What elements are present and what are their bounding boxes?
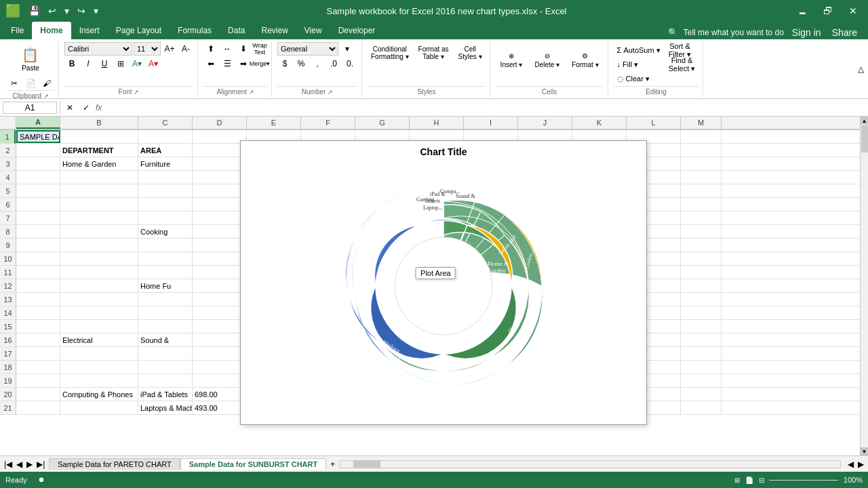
col-header-I[interactable]: I <box>464 117 518 129</box>
conditional-formatting-button[interactable]: ConditionalFormatting ▾ <box>368 43 412 62</box>
cancel-formula-button[interactable]: ✕ <box>63 101 77 115</box>
tab-review[interactable]: Review <box>253 22 296 39</box>
align-top-button[interactable]: ⬆ <box>203 42 218 56</box>
col-header-L[interactable]: L <box>627 117 681 129</box>
col-header-H[interactable]: H <box>410 117 464 129</box>
decrease-font-button[interactable]: A- <box>178 42 193 56</box>
sheet-nav-last[interactable]: ▶| <box>35 458 46 470</box>
insert-button[interactable]: ⊕ Insert ▾ <box>496 43 528 77</box>
customize-qat[interactable]: ▾ <box>91 4 101 18</box>
copy-button[interactable]: 📄 <box>23 77 38 90</box>
increase-font-button[interactable]: A+ <box>162 42 177 56</box>
merge-center-button[interactable]: Merge▾ <box>252 57 267 70</box>
cell-reference-box[interactable] <box>3 102 57 114</box>
scroll-left-button[interactable]: ◀ <box>846 458 855 470</box>
wrap-text-button[interactable]: Wrap Text <box>252 42 267 56</box>
scroll-down-button[interactable]: ▼ <box>861 447 868 455</box>
increase-decimal-button[interactable]: .0 <box>326 57 341 70</box>
border-button[interactable]: ⊞ <box>113 57 128 70</box>
cut-button[interactable]: ✂ <box>7 77 22 90</box>
underline-button[interactable]: U <box>97 57 112 70</box>
chart-container[interactable]: Chart Title <box>240 140 647 425</box>
format-as-table-button[interactable]: Format asTable ▾ <box>415 43 452 62</box>
tab-home[interactable]: Home <box>32 22 71 39</box>
cell-C3[interactable]: Furniture <box>138 157 193 170</box>
italic-button[interactable]: I <box>81 57 96 70</box>
percent-button[interactable]: % <box>294 57 309 70</box>
tab-view[interactable]: View <box>296 22 330 39</box>
align-bottom-button[interactable]: ⬇ <box>236 42 251 56</box>
scroll-thumb-v[interactable] <box>861 125 868 152</box>
cell-A2[interactable] <box>16 144 60 157</box>
decrease-decimal-button[interactable]: 0. <box>342 57 357 70</box>
tab-developer[interactable]: Developer <box>330 22 384 39</box>
page-break-view-button[interactable]: ⊟ <box>759 476 764 484</box>
page-layout-view-button[interactable]: 📄 <box>745 476 753 484</box>
fill-button[interactable]: ↓ Fill ▾ <box>614 58 664 71</box>
paste-button[interactable]: 📋 Paste <box>17 42 44 76</box>
cell-D1[interactable] <box>193 130 247 143</box>
sheet-nav-next[interactable]: ▶ <box>25 458 34 470</box>
horizontal-scrollbar[interactable] <box>339 460 841 468</box>
add-sheet-button[interactable]: + <box>329 458 336 470</box>
font-name-select[interactable]: Calibri <box>64 42 132 56</box>
cell-A1[interactable]: SAMPLE DATA FOR CHART <box>16 130 60 143</box>
sort-filter-button[interactable]: Sort &Filter ▾ <box>665 43 699 57</box>
cell-styles-button[interactable]: CellStyles ▾ <box>455 43 486 62</box>
collapse-ribbon-button[interactable]: △ <box>856 41 865 97</box>
sheet-nav-prev[interactable]: ◀ <box>15 458 24 470</box>
col-header-C[interactable]: C <box>138 117 193 129</box>
bold-button[interactable]: B <box>64 57 79 70</box>
format-painter-button[interactable]: 🖌 <box>39 77 54 90</box>
cell-C2[interactable]: AREA <box>138 144 193 157</box>
autosum-button[interactable]: Σ AutoSum ▾ <box>614 43 664 57</box>
find-select-button[interactable]: Find &Select ▾ <box>665 58 699 71</box>
vertical-scrollbar[interactable]: ▲ ▼ <box>860 117 868 455</box>
col-header-J[interactable]: J <box>518 117 572 129</box>
col-header-M[interactable]: M <box>681 117 722 129</box>
col-header-K[interactable]: K <box>572 117 627 129</box>
tab-page-layout[interactable]: Page Layout <box>108 22 170 39</box>
number-format-dropdown[interactable]: ▾ <box>340 42 355 56</box>
sign-in-button[interactable]: Sign in <box>789 26 824 39</box>
cell-C1[interactable] <box>138 130 193 143</box>
cell-A3[interactable] <box>16 157 60 170</box>
font-size-select[interactable]: 11 <box>134 42 161 56</box>
clear-button[interactable]: ◌ Clear ▾ <box>614 72 664 85</box>
sheet-tab-sunburst[interactable]: Sample Data for SUNBURST CHART <box>180 458 326 470</box>
tab-insert[interactable]: Insert <box>71 22 108 39</box>
cell-D2[interactable] <box>193 144 247 157</box>
save-button[interactable]: 💾 <box>26 4 43 18</box>
cell-M2[interactable] <box>681 144 722 157</box>
cell-B1[interactable] <box>60 130 138 143</box>
scroll-right-button[interactable]: ▶ <box>856 458 865 470</box>
redo-button[interactable]: ↪ <box>75 4 88 18</box>
cell-B3[interactable]: Home & Garden <box>60 157 138 170</box>
cell-D3[interactable] <box>193 157 247 170</box>
fill-color-button[interactable]: A▾ <box>130 57 144 70</box>
scroll-up-button[interactable]: ▲ <box>861 117 868 125</box>
number-format-select[interactable]: General <box>277 42 338 56</box>
col-header-E[interactable]: E <box>247 117 301 129</box>
col-header-B[interactable]: B <box>60 117 138 129</box>
minimize-button[interactable]: 🗕 <box>792 4 812 18</box>
align-middle-button[interactable]: ↔ <box>220 42 235 56</box>
sheet-nav-first[interactable]: |◀ <box>3 458 14 470</box>
format-button[interactable]: ⚙ Format ▾ <box>567 43 603 77</box>
share-button[interactable]: Share <box>829 26 860 39</box>
cell-M1[interactable] <box>681 130 722 143</box>
sheet-tab-pareto[interactable]: Sample Data for PARETO CHART <box>49 458 180 470</box>
scroll-thumb-h[interactable] <box>353 461 380 468</box>
tab-file[interactable]: File <box>3 22 32 39</box>
tab-formulas[interactable]: Formulas <box>170 22 220 39</box>
restore-button[interactable]: 🗗 <box>818 4 838 18</box>
col-header-A[interactable]: A <box>16 117 60 129</box>
align-left-button[interactable]: ⬅ <box>203 57 218 70</box>
align-center-button[interactable]: ☰ <box>220 57 235 70</box>
confirm-formula-button[interactable]: ✓ <box>79 101 93 115</box>
comma-button[interactable]: , <box>310 57 325 70</box>
normal-view-button[interactable]: ⊞ <box>734 476 740 484</box>
undo-button[interactable]: ↩ <box>45 4 59 18</box>
cell-C8[interactable]: Cooking <box>138 225 193 238</box>
font-color-button[interactable]: A▾ <box>146 57 161 70</box>
